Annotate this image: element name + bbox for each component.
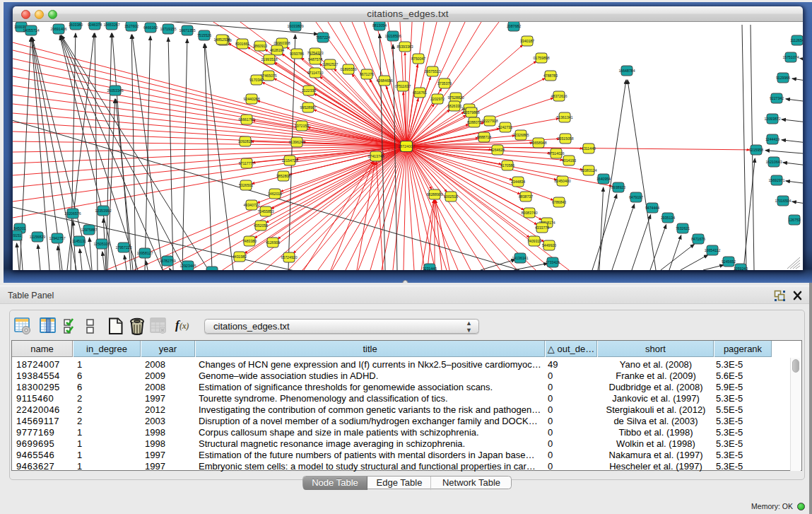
svg-text:12505105: 12505105 [93,242,110,246]
svg-text:01895559: 01895559 [340,67,356,71]
svg-text:1002516: 1002516 [444,194,458,199]
svg-text:845001: 845001 [13,226,25,230]
svg-text:82450400: 82450400 [554,179,570,183]
svg-text:97514026: 97514026 [548,151,564,156]
svg-text:7957224: 7957224 [316,35,330,40]
svg-text:1311440: 1311440 [582,146,596,151]
svg-text:16033809: 16033809 [287,24,303,28]
svg-text:5326502: 5326502 [239,183,253,187]
svg-text:16210643: 16210643 [765,160,782,164]
svg-text:7632621: 7632621 [676,226,690,230]
svg-text:7515526: 7515526 [197,33,211,37]
svg-text:20206576: 20206576 [64,211,81,216]
svg-text:66661760: 66661760 [238,117,254,122]
svg-text:2344834: 2344834 [511,180,525,184]
svg-text:4333776: 4333776 [535,226,549,230]
svg-text:70658948: 70658948 [530,141,546,145]
svg-text:07413748: 07413748 [367,154,384,158]
svg-text:10958127: 10958127 [136,251,153,255]
svg-text:97114710: 97114710 [307,71,324,75]
svg-text:7409319: 7409319 [527,239,541,243]
svg-text:57117777: 57117777 [239,161,255,165]
svg-text:15692971: 15692971 [768,178,784,182]
svg-text:92083124: 92083124 [580,168,596,173]
svg-text:4126906: 4126906 [266,240,280,245]
svg-text:11862527: 11862527 [322,62,339,66]
svg-text:68288909: 68288909 [426,192,442,197]
svg-text:8938923: 8938923 [611,185,625,189]
svg-text:1244419: 1244419 [765,137,779,141]
svg-text:1372159: 1372159 [295,124,309,128]
svg-text:6516761: 6516761 [413,90,427,95]
svg-text:19218506: 19218506 [384,34,401,38]
svg-text:2087682: 2087682 [507,24,521,28]
svg-text:9170342: 9170342 [249,78,264,82]
svg-text:12093872: 12093872 [764,117,780,121]
svg-text:12154728: 12154728 [281,158,298,163]
svg-text:3340187: 3340187 [520,39,534,43]
svg-text:1603380: 1603380 [69,23,83,27]
svg-text:51361341: 51361341 [556,115,572,119]
svg-text:09960308: 09960308 [273,41,290,45]
svg-text:39151: 39151 [13,233,21,238]
svg-text:85393363: 85393363 [396,45,413,49]
svg-text:8750047: 8750047 [411,57,425,61]
svg-text:6479197: 6479197 [629,195,643,199]
svg-text:65724920: 65724920 [281,255,297,259]
svg-text:3735379: 3735379 [437,81,452,86]
svg-text:8301661: 8301661 [235,42,249,46]
svg-text:20691406: 20691406 [50,27,66,31]
svg-text:1112654: 1112654 [790,38,803,42]
svg-text:5242731: 5242731 [498,125,512,129]
svg-text:1059243: 1059243 [734,267,748,270]
svg-text:9046378: 9046378 [88,23,102,27]
svg-text:97528820: 97528820 [447,95,464,100]
svg-text:6786843: 6786843 [552,200,566,204]
svg-text:01396245: 01396245 [288,140,305,144]
svg-text:2202972: 2202972 [430,97,445,101]
svg-text:99528907: 99528907 [300,105,316,110]
svg-text:15751074: 15751074 [782,55,799,59]
svg-text:4264628: 4264628 [490,148,505,152]
svg-text:8471676: 8471676 [691,237,705,241]
svg-text:14055714: 14055714 [23,28,39,33]
svg-text:9487574: 9487574 [308,57,322,62]
svg-text:8288072: 8288072 [467,120,481,124]
svg-text:12353992: 12353992 [95,209,111,213]
svg-text:16671355: 16671355 [179,28,195,33]
svg-text:21993518: 21993518 [261,57,277,62]
svg-text:4628194: 4628194 [270,48,284,52]
svg-text:1640954: 1640954 [596,177,611,181]
svg-text:9093786: 9093786 [290,52,304,56]
svg-text:9474444: 9474444 [645,206,659,210]
svg-text:4170586: 4170586 [500,163,514,168]
svg-text:6671276: 6671276 [360,72,374,76]
svg-text:5449920: 5449920 [542,243,556,247]
svg-text:1733426: 1733426 [546,260,560,264]
svg-text:126753: 126753 [788,218,800,222]
svg-text:4352056: 4352056 [254,223,268,228]
svg-text:17016504: 17016504 [775,199,791,203]
svg-text:35515058: 35515058 [557,136,573,141]
svg-text:9129966: 9129966 [776,76,790,80]
svg-text:10654112: 10654112 [705,248,721,252]
svg-text:10653267: 10653267 [103,23,119,27]
svg-text:1292344: 1292344 [205,269,219,270]
svg-text:4788783: 4788783 [543,74,558,78]
svg-text:9227342: 9227342 [770,96,784,100]
svg-text:5888718: 5888718 [477,135,491,139]
svg-text:80083740: 80083740 [521,211,537,215]
svg-text:1527602: 1527602 [124,24,139,28]
svg-text:39575513: 39575513 [424,69,440,74]
svg-text:6466160: 6466160 [143,25,158,30]
svg-text:20579868: 20579868 [463,110,479,115]
svg-text:2935134: 2935134 [661,216,675,220]
svg-text:18724007: 18724007 [398,144,415,148]
svg-text:8813054: 8813054 [372,23,387,28]
svg-text:07511637: 07511637 [395,84,411,88]
svg-text:1145131: 1145131 [72,239,86,243]
svg-text:7483380: 7483380 [242,239,257,243]
svg-text:12923445: 12923445 [180,264,196,268]
svg-text:01759898: 01759898 [533,56,549,60]
svg-text:16648784: 16648784 [618,69,635,73]
